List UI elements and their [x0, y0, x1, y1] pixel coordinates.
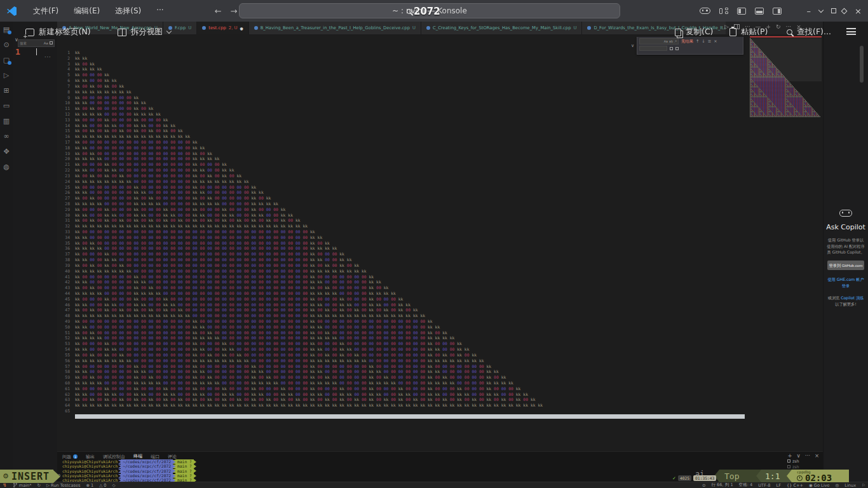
find-prev-icon[interactable]: ↑: [696, 39, 699, 44]
terminal-list-item[interactable]: zsh: [787, 458, 820, 464]
replace-input[interactable]: [639, 46, 667, 51]
find-button[interactable]: 查找(F)...: [787, 27, 831, 37]
scrollbar-thumb[interactable]: [860, 46, 864, 83]
zoom-icon: ⊙: [702, 483, 706, 488]
tab-dirty-badge: U: [412, 25, 416, 30]
language-mode[interactable]: {}C++: [787, 483, 803, 488]
go-live[interactable]: ◉Go Live: [809, 483, 829, 488]
editor-action-icon[interactable]: ▷: [724, 24, 729, 30]
minimize-button[interactable]: –: [807, 7, 811, 15]
nav-back-icon[interactable]: ←: [215, 6, 222, 16]
encoding[interactable]: UTF-8: [758, 483, 770, 488]
terminal-list-item[interactable]: zsh: [787, 464, 820, 470]
run-testcases[interactable]: ▷Run Testcases: [46, 483, 80, 488]
terminal-output[interactable]: chiyoyuki@ChiyoYukiArch~/codes/xcpc/cf/2…: [62, 459, 196, 483]
editor-tab[interactable]: B_Having_Been_a_Treasurer_in_the_Past_I_…: [249, 22, 421, 34]
new-tab-button[interactable]: 新建标签页(N): [25, 27, 91, 37]
chevron-down-icon: [166, 29, 172, 34]
activity-extensions[interactable]: ⊞: [0, 83, 13, 98]
copilot-icon[interactable]: [700, 8, 710, 14]
port-indicator[interactable]: ◎: [836, 483, 839, 488]
split-view-button[interactable]: 拆分视图: [118, 27, 171, 37]
editor-tab[interactable]: test.cpp2, U●: [197, 22, 248, 34]
warnings-count[interactable]: △0: [99, 483, 106, 488]
os-indicator[interactable]: Linux: [844, 483, 856, 488]
activity-explorer[interactable]: ▤: [0, 22, 13, 37]
find-toggle-chevron-icon[interactable]: ∨: [631, 43, 634, 48]
title-bar: 文件(F)编辑(E)选择(S)··· ← → ~ : nvim — Konsol…: [0, 0, 868, 22]
zoom-indicator[interactable]: ⊙: [702, 483, 706, 488]
feedback[interactable]: ⚐: [862, 483, 865, 488]
replace-icon[interactable]: [670, 47, 673, 50]
paste-button[interactable]: 粘贴(P): [729, 27, 768, 37]
whole-word-icon[interactable]: ab: [669, 40, 673, 43]
menu-more[interactable]: ···: [149, 6, 171, 17]
copilot-icon: [839, 210, 852, 217]
find-input[interactable]: Aa ab .*: [639, 38, 679, 44]
toggle-icon[interactable]: [50, 41, 53, 44]
nav-forward-icon[interactable]: →: [231, 6, 238, 16]
find-in-selection-icon[interactable]: ≡: [708, 39, 711, 44]
indentation[interactable]: 空格: 4: [739, 482, 753, 488]
tab-dirty-badge: U: [573, 25, 576, 30]
search-icon: [787, 29, 792, 35]
toggle-secondary-sidebar-icon[interactable]: [773, 8, 782, 15]
hamburger-menu[interactable]: [846, 28, 856, 35]
minimap-slider[interactable]: [750, 38, 822, 81]
warn-icon: △: [99, 483, 102, 488]
editor-action-icon[interactable]: ↻: [776, 24, 781, 30]
sync-indicator[interactable]: ↻: [37, 483, 41, 488]
regex-icon[interactable]: .*: [674, 40, 677, 43]
new-tab-icon: [25, 29, 34, 36]
terminal-prompt-line: chiyoyuki@ChiyoYukiArch~/codes/xcpc/cf/2…: [62, 464, 196, 468]
branch-indicator[interactable]: main*: [13, 482, 32, 488]
vim-mode-indicator: ⚙ INSERT: [0, 470, 60, 483]
vim-mode-label: INSERT: [11, 471, 50, 482]
activity-remote[interactable]: ▢: [0, 52, 13, 67]
activity-chart[interactable]: ▥: [0, 113, 13, 128]
activity-globe[interactable]: ◍: [0, 159, 13, 174]
zoom-overlay-label: 2072: [414, 6, 440, 17]
activity-network[interactable]: ∞: [0, 128, 13, 144]
badge-dot: [8, 61, 11, 65]
toggle-primary-sidebar-icon[interactable]: [737, 8, 746, 15]
copilot-title: Ask Copilot: [826, 223, 865, 231]
ghe-signin-link[interactable]: 使用 GHE.com 帐户登录: [826, 276, 865, 288]
signin-github-button[interactable]: 登录到 GitHub.com: [827, 261, 864, 270]
match-case-icon[interactable]: Aa: [44, 41, 48, 45]
menu-selection[interactable]: 选择(S): [107, 6, 149, 17]
copy-button[interactable]: 复制(C): [675, 27, 713, 37]
eol[interactable]: LF: [776, 483, 781, 488]
match-case-icon[interactable]: Aa: [664, 40, 668, 43]
restore-button[interactable]: [831, 8, 836, 13]
activity-monitor[interactable]: ▭: [0, 98, 13, 113]
activity-debug[interactable]: ▷: [0, 67, 13, 83]
activity-search[interactable]: ⊙: [0, 37, 13, 52]
menu-edit[interactable]: 编辑(E): [66, 6, 107, 17]
remote-indicator-icon[interactable]: ↯: [3, 482, 7, 488]
secondary-sidebar: Ask Copilot 使用 GitHub 登录以使用你的 AI 配对程序员 G…: [823, 22, 868, 482]
activity-misc[interactable]: ✥: [0, 144, 13, 159]
copy-icon: [675, 29, 681, 36]
replace-all-icon[interactable]: [675, 47, 679, 50]
more-actions-icon[interactable]: ···: [44, 55, 51, 60]
walkthrough-link[interactable]: Copilot 演练: [841, 295, 864, 300]
extension-indicator[interactable]: ◇: [112, 483, 115, 488]
terminal-editor-area[interactable]: 1 2 3 4 5 6 7 8 9 10 11 12 13 14 15 16 1…: [57, 34, 823, 451]
search-input[interactable]: 搜索 Aa: [18, 39, 55, 47]
split-view-icon: [118, 29, 126, 36]
tab-label: B_Having_Been_a_Treasurer_in_the_Past_I_…: [261, 25, 410, 30]
editor-tab[interactable]: C_Creating_Keys_for_StORages_Has_Become_…: [421, 22, 582, 34]
keep-above-icon[interactable]: [841, 8, 848, 14]
find-next-icon[interactable]: ↓: [702, 39, 705, 44]
toggle-panel-icon[interactable]: [755, 8, 764, 15]
chevron-down-icon[interactable]: [818, 7, 824, 12]
close-button[interactable]: ×: [855, 7, 862, 15]
cursor-position[interactable]: 行 66, 列 1: [711, 482, 733, 488]
customize-layout-icon[interactable]: [719, 8, 728, 15]
errors-count[interactable]: ⊗1: [86, 483, 93, 488]
menu-file[interactable]: 文件(F): [25, 6, 66, 17]
find-close-icon[interactable]: ×: [714, 39, 717, 44]
powerline-arrow: [53, 470, 60, 483]
scroll-position-label: Top: [719, 470, 756, 482]
